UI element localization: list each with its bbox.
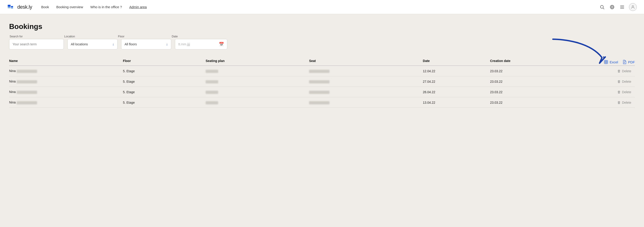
cell-creation-2: 23.03.22: [490, 76, 583, 87]
svg-rect-3: [11, 8, 13, 9]
location-filter-group: Location All locations ↓: [64, 35, 118, 50]
cell-creation-3: 23.03.22: [490, 87, 583, 97]
table-row: Nina 5. Etage 12.04.22 23.03.22 🗑: [9, 66, 635, 76]
date-picker[interactable]: tt.mm.jjjj 📅: [175, 39, 227, 50]
seating-blurred-2: [206, 80, 218, 83]
table-header: Name Floor Seating plan Seat Date Creati…: [9, 56, 635, 66]
nav-who-in-office[interactable]: Who is in the office ?: [90, 5, 122, 9]
cell-floor-3: 5. Etage: [123, 87, 206, 97]
cell-seat-1: [309, 66, 423, 76]
cell-name-3: Nina: [9, 87, 123, 97]
menu-icon[interactable]: [619, 4, 625, 10]
cell-action-2: 🗑 Delete: [583, 76, 635, 87]
header-right: [599, 3, 637, 11]
seating-blurred-3: [206, 91, 218, 94]
delete-button-4[interactable]: 🗑 Delete: [617, 101, 631, 104]
cell-seat-2: [309, 76, 423, 87]
cell-floor-2: 5. Etage: [123, 76, 206, 87]
svg-point-4: [600, 5, 604, 8]
bookings-table-container: Name Floor Seating plan Seat Date Creati…: [9, 56, 635, 108]
delete-button-3[interactable]: 🗑 Delete: [617, 90, 631, 94]
floor-value: All floors: [124, 42, 166, 46]
delete-button-2[interactable]: 🗑 Delete: [617, 80, 631, 83]
cell-seating-3: [206, 87, 309, 97]
name-text-4: Nina: [9, 101, 16, 104]
search-icon[interactable]: [599, 4, 605, 10]
pdf-icon: [622, 60, 627, 64]
excel-export-button[interactable]: Excel: [604, 60, 618, 64]
search-input[interactable]: [9, 39, 64, 50]
cell-name-2: Nina: [9, 76, 123, 87]
location-label: Location: [64, 35, 118, 38]
date-filter-group: Date tt.mm.jjjj 📅: [171, 35, 227, 50]
floor-chevron-down-icon: ↓: [166, 42, 168, 46]
search-filter-group: Search for: [9, 35, 64, 50]
floor-label: Floor: [118, 35, 171, 38]
date-placeholder: tt.mm.jjjj: [178, 42, 219, 46]
logo[interactable]: desk.ly: [7, 4, 32, 10]
nav-admin-area[interactable]: Admin area: [129, 5, 147, 9]
cell-seat-4: [309, 97, 423, 108]
delete-label-3: Delete: [622, 90, 631, 94]
seat-blurred-3: [309, 91, 330, 94]
table-row: Nina 5. Etage 26.04.22 23.03.22 🗑: [9, 87, 635, 97]
name-blurred-3: [16, 91, 37, 94]
excel-icon: [604, 60, 608, 64]
cell-date-1: 12.04.22: [423, 66, 490, 76]
nav-booking-overview[interactable]: Booking overview: [56, 5, 83, 9]
seating-blurred-4: [206, 101, 218, 104]
col-header-date: Date: [423, 56, 490, 66]
cell-seat-3: [309, 87, 423, 97]
col-header-seating-plan: Seating plan: [206, 56, 309, 66]
pdf-export-button[interactable]: PDF: [622, 60, 635, 64]
filter-section: Search for Location All locations ↓ Floo…: [9, 35, 635, 50]
cell-floor-4: 5. Etage: [123, 97, 206, 108]
col-header-creation-date: Creation date: [490, 56, 583, 66]
trash-icon-2: 🗑: [617, 80, 621, 83]
bookings-table: Name Floor Seating plan Seat Date Creati…: [9, 56, 635, 108]
floor-select[interactable]: All floors ↓: [121, 39, 171, 50]
cell-seating-2: [206, 76, 309, 87]
floor-filter-group: Floor All floors ↓: [118, 35, 171, 50]
location-select[interactable]: All locations ↓: [68, 39, 118, 50]
search-label: Search for: [9, 35, 64, 38]
cell-name-4: Nina: [9, 97, 123, 108]
cell-action-4: 🗑 Delete: [583, 97, 635, 108]
svg-line-5: [603, 8, 604, 9]
user-avatar[interactable]: [629, 3, 637, 11]
delete-button-1[interactable]: 🗑 Delete: [617, 69, 631, 73]
calendar-icon: 📅: [219, 42, 224, 47]
trash-icon-3: 🗑: [617, 90, 621, 94]
page-title: Bookings: [9, 22, 635, 31]
cell-action-3: 🗑 Delete: [583, 87, 635, 97]
col-header-name: Name: [9, 56, 123, 66]
name-text-3: Nina: [9, 90, 16, 94]
excel-label: Excel: [610, 60, 618, 64]
globe-icon[interactable]: [609, 4, 615, 10]
export-buttons: Excel PDF: [604, 60, 635, 64]
cell-seating-1: [206, 66, 309, 76]
main-nav: Book Booking overview Who is in the offi…: [41, 5, 599, 9]
table-body: Nina 5. Etage 12.04.22 23.03.22 🗑: [9, 66, 635, 108]
seat-blurred-2: [309, 80, 330, 83]
svg-point-12: [632, 6, 634, 7]
svg-rect-2: [11, 6, 13, 7]
cell-name-1: Nina: [9, 66, 123, 76]
table-row: Nina 5. Etage 27.04.22 23.03.22 🗑: [9, 76, 635, 87]
cell-seating-4: [206, 97, 309, 108]
cell-date-4: 13.04.22: [423, 97, 490, 108]
main-header: desk.ly Book Booking overview Who is in …: [0, 0, 644, 14]
logo-text: desk.ly: [17, 4, 32, 10]
svg-rect-14: [604, 60, 608, 64]
name-blurred-4: [16, 101, 37, 104]
name-blurred-2: [16, 80, 37, 83]
col-header-floor: Floor: [123, 56, 206, 66]
cell-date-2: 27.04.22: [423, 76, 490, 87]
cell-floor-1: 5. Etage: [123, 66, 206, 76]
delete-label-2: Delete: [622, 80, 631, 83]
svg-rect-1: [8, 7, 11, 8]
name-blurred-1: [16, 70, 37, 73]
date-label: Date: [171, 35, 227, 38]
nav-book[interactable]: Book: [41, 5, 49, 9]
name-text-1: Nina: [9, 69, 16, 73]
